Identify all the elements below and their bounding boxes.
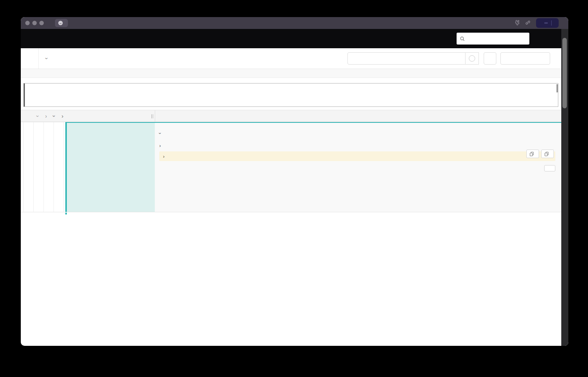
collapse-all-icon[interactable]: ›› (52, 115, 57, 117)
browser-titlebar (21, 17, 568, 29)
timeline-header: › › ›› ›› (21, 110, 561, 122)
copy-icon (530, 152, 534, 156)
expand-one-icon[interactable]: › (45, 114, 47, 119)
desktop-background: › (0, 0, 588, 377)
span-rows-container: › (21, 122, 561, 214)
copy-icon (545, 152, 549, 156)
span-accent (65, 213, 67, 214)
warnings-section-header[interactable]: › (159, 151, 555, 161)
trace-page-header: › (21, 48, 561, 69)
find-input[interactable] (347, 52, 466, 65)
minimize-window-button[interactable] (32, 21, 37, 25)
find-toolbar (347, 52, 479, 65)
maximize-window-button[interactable] (39, 21, 44, 25)
copy-button[interactable] (526, 150, 539, 158)
trace-id-search-input[interactable] (457, 33, 529, 45)
minimap-tick-labels (23, 78, 558, 83)
trace-view-select[interactable] (500, 52, 550, 65)
column-resizer-grip[interactable] (151, 114, 153, 118)
divider (551, 20, 552, 26)
minimap-right-scrub-handle[interactable] (556, 84, 558, 92)
close-window-button[interactable] (25, 21, 30, 25)
open-in-default-button[interactable] (536, 18, 559, 28)
trace-stats-bar (21, 69, 561, 78)
chevron-right-icon: › (159, 143, 161, 148)
collapse-one-icon[interactable]: › (35, 115, 40, 117)
keyboard-shortcuts-button[interactable] (484, 52, 496, 65)
scrollbar-thumb[interactable] (562, 38, 567, 108)
expand-all-icon[interactable]: ›› (62, 114, 63, 119)
trace-minimap[interactable] (23, 83, 558, 107)
trace-title (55, 54, 59, 63)
tags-section-header[interactable]: › (159, 131, 555, 136)
browser-scrollbar[interactable] (561, 29, 568, 346)
extensions-puzzle-icon[interactable] (514, 20, 520, 27)
browser-tab[interactable] (55, 19, 68, 27)
span-detail-panel: › (21, 122, 561, 212)
chevron-down-icon: › (158, 132, 163, 134)
traffic-lights (21, 21, 44, 25)
search-icon (460, 36, 465, 41)
profile-icon (58, 21, 63, 25)
collapse-trace-chevron[interactable]: › (44, 58, 50, 59)
browser-window: › (21, 17, 568, 346)
minimap-left-scrub-handle[interactable] (24, 83, 25, 106)
help-icon (469, 55, 475, 62)
find-help-button[interactable] (466, 52, 479, 65)
back-button[interactable] (21, 48, 39, 69)
process-section-header[interactable]: › (159, 143, 555, 148)
json-button[interactable] (541, 150, 554, 158)
deep-link-button[interactable] (544, 165, 555, 171)
link-icon[interactable] (525, 20, 531, 27)
partial-row (21, 212, 561, 214)
open-in-shortcut (544, 22, 548, 24)
selected-span-highlight (67, 122, 155, 212)
jaeger-nav-bar (21, 29, 568, 48)
chevron-right-icon: › (163, 154, 164, 159)
